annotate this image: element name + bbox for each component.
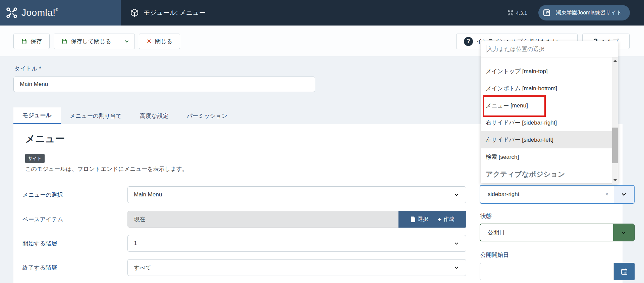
joomla-version-icon [508, 10, 513, 15]
close-x-icon: ✕ [147, 38, 152, 45]
tab-bar: モジュール メニューの割り当て 高度な設定 パーミッション [13, 107, 236, 124]
calendar-icon [621, 268, 628, 275]
option-sidebar-left[interactable]: 左サイドバー [sidebar-left] [481, 131, 612, 148]
base-item-label: ベースアイテム [22, 216, 63, 223]
file-icon [411, 217, 416, 222]
title-input[interactable] [13, 77, 315, 92]
save-label: 保存 [31, 38, 42, 45]
base-item-select-button[interactable]: 選択 [411, 216, 428, 223]
publish-up-field [480, 263, 635, 280]
status-select[interactable]: 公開日 [480, 224, 635, 241]
status-dropdown-toggle[interactable] [613, 224, 634, 241]
menu-select-label: メニューの選択 [22, 191, 63, 199]
close-label: 閉じる [155, 38, 172, 45]
brand-text: Joomla!® [21, 7, 58, 18]
header-bar: Joomla!® モジュール: メニュー 4.3.1 [0, 0, 644, 26]
base-item-create-button[interactable]: + 作成 [438, 216, 454, 223]
publish-up-label: 公開開始日 [480, 251, 509, 259]
position-search-field[interactable]: 入力または位置の選択 [481, 41, 618, 57]
module-cube-icon [130, 8, 139, 17]
option-sidebar-right[interactable]: 右サイドバー [sidebar-right] [481, 114, 612, 131]
tab-permissions[interactable]: パーミッション [177, 107, 236, 124]
position-dropdown-panel: 入力または位置の選択 メイントップ [main-top] メインボトム [mai… [481, 41, 618, 183]
position-value: sidebar-right [480, 191, 600, 198]
page-title: モジュール: メニュー [130, 0, 206, 26]
joomla-logo-icon [6, 7, 17, 18]
title-field-label: タイトル * [14, 65, 41, 73]
start-level-select[interactable]: 1 [127, 235, 466, 252]
tab-module[interactable]: モジュール [13, 107, 61, 124]
save-options-dropdown-toggle[interactable] [119, 34, 135, 49]
option-search[interactable]: 検索 [search] [481, 148, 612, 166]
scrollbar-thumb[interactable] [612, 128, 618, 163]
page-title-text: モジュール: メニュー [144, 8, 206, 17]
save-and-close-button[interactable]: 保存して閉じる [54, 34, 135, 49]
clear-position-icon[interactable]: × [600, 191, 614, 197]
version-text: 4.3.1 [516, 10, 527, 16]
dropdown-scrollbar[interactable] [612, 57, 618, 184]
form-divider [20, 182, 476, 182]
module-description: このモジュールは、フロントエンドにメニューを表示します。 [25, 165, 188, 173]
calendar-button[interactable] [614, 263, 635, 280]
position-combobox[interactable]: sidebar-right × [480, 185, 635, 204]
view-site-label: 湖東学園Joomla練習サイト [556, 9, 622, 16]
plus-icon: + [438, 216, 441, 223]
header-right: 4.3.1 湖東学園Joomla練習サイト [508, 0, 630, 26]
tab-advanced[interactable]: 高度な設定 [131, 107, 177, 124]
chevron-down-icon [620, 229, 627, 236]
save-floppy-icon [21, 38, 27, 44]
close-button[interactable]: ✕ 閉じる [139, 34, 180, 49]
site-badge: サイト [25, 154, 45, 163]
save-button[interactable]: 保存 [13, 34, 50, 49]
question-circle-icon: ? [464, 37, 473, 46]
external-link-icon [542, 8, 552, 18]
version-indicator: 4.3.1 [508, 10, 527, 16]
publish-up-input[interactable] [480, 263, 614, 280]
save-and-close-label: 保存して閉じる [71, 38, 111, 45]
option-main-bottom[interactable]: メインボトム [main-bottom] [481, 80, 612, 97]
scroll-up-arrow[interactable] [612, 57, 618, 64]
end-level-label: 終了する階層 [22, 264, 57, 272]
scroll-down-arrow[interactable] [612, 177, 618, 184]
menu-select[interactable]: Main Menu [127, 186, 466, 203]
chevron-down-icon [124, 38, 130, 44]
tab-menu-assignment[interactable]: メニューの割り当て [61, 107, 131, 124]
position-search-placeholder: 入力または位置の選択 [487, 45, 545, 53]
position-dropdown-toggle[interactable] [614, 186, 634, 203]
chevron-down-icon [453, 240, 460, 247]
module-heading: メニュー [25, 132, 65, 146]
chevron-down-icon [453, 191, 460, 198]
text-cursor [486, 45, 486, 53]
base-item-buttons: 選択 + 作成 [398, 211, 466, 228]
chevron-down-icon [620, 191, 628, 198]
start-level-label: 開始する階層 [22, 240, 57, 247]
chevron-down-icon [453, 264, 460, 271]
position-options-list: メイントップ [main-top] メインボトム [main-bottom] メ… [481, 57, 612, 184]
option-main-top[interactable]: メイントップ [main-top] [481, 63, 612, 80]
view-site-button[interactable]: 湖東学園Joomla練習サイト [538, 5, 630, 20]
joomla-module-edit-screen: Joomla!® モジュール: メニュー 4.3.1 [0, 0, 644, 283]
required-asterisk: * [39, 65, 41, 72]
group-header-active-positions: アクティブなポジション [481, 166, 612, 183]
header-logo-block: Joomla!® [0, 0, 121, 26]
save-floppy-icon [61, 38, 67, 44]
option-menu[interactable]: メニュー [menu] [481, 97, 612, 114]
end-level-select[interactable]: すべて [127, 259, 466, 276]
status-label: 状態 [480, 212, 492, 220]
base-item-field: 現在 [127, 211, 398, 228]
